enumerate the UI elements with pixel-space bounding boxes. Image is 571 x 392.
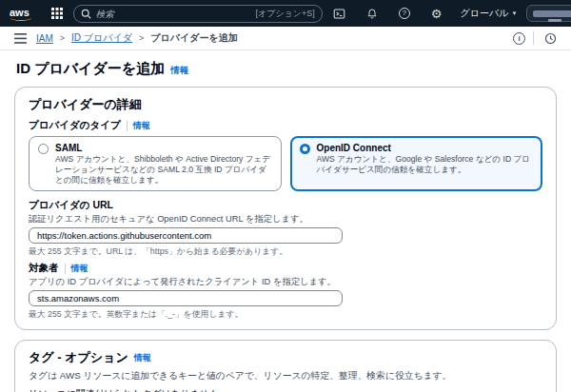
breadcrumb-iam-link[interactable]: IAM <box>36 33 53 44</box>
divider <box>65 264 66 274</box>
saml-radio[interactable] <box>38 144 49 154</box>
apps-grid-icon[interactable] <box>49 8 66 19</box>
page-info-link[interactable]: 情報 <box>170 65 188 77</box>
help-icon[interactable]: ? <box>396 8 413 19</box>
tags-heading: タグ - オプション <box>29 349 128 366</box>
divider <box>533 31 534 45</box>
search-shortcut-hint: [オプション+S] <box>255 8 314 20</box>
audience-field: 対象者 情報 アプリの ID プロバイダによって発行されたクライアント ID を… <box>29 262 542 320</box>
grid-glyph <box>51 8 63 19</box>
openid-connect-radio[interactable] <box>300 144 310 154</box>
clock-glyph <box>544 32 557 45</box>
tags-description: タグは AWS リソースに追加できるキーと値のペアで、リソースの特定、整理、検索… <box>29 369 542 382</box>
search-icon <box>81 9 91 19</box>
question-glyph: ? <box>399 8 410 19</box>
settings-gear-icon[interactable]: ⚙ <box>428 8 445 20</box>
top-navigation-bar: aws [オプション+S] <box>0 0 571 27</box>
breadcrumb-separator: > <box>139 33 144 43</box>
notifications-bell-icon[interactable] <box>364 8 381 20</box>
provider-type-info-link[interactable]: 情報 <box>133 120 150 132</box>
hamburger-menu-icon[interactable] <box>11 33 30 44</box>
breadcrumb-current-page: プロバイダーを追加 <box>150 31 237 45</box>
tags-card: タグ - オプション 情報 タグは AWS リソースに追加できるキーと値のペアで… <box>14 340 557 392</box>
breadcrumb-bar: IAM > ID プロバイダ > プロバイダーを追加 i <box>0 27 571 50</box>
saml-option-description: AWS アカウントと、Shibboleth や Active Directory… <box>55 154 272 186</box>
tags-empty-state: リソースに関連付けられたタグはありません。 <box>29 388 542 392</box>
provider-details-card: プロバイダーの詳細 プロバイダのタイプ 情報 SAML AWS アカウントと、S… <box>14 87 557 330</box>
main-content: ID プロバイダーを追加 情報 プロバイダーの詳細 プロバイダのタイプ 情報 S… <box>0 50 571 392</box>
audience-constraint: 最大 255 文字まで。英数字または「._-」を使用します。 <box>29 309 542 320</box>
region-selector[interactable]: グローバル ▼ <box>460 7 517 20</box>
aws-console-window: aws [オプション+S] <box>0 0 571 392</box>
saml-option-title: SAML <box>55 142 272 154</box>
provider-url-input[interactable] <box>29 227 343 244</box>
page-title: ID プロバイダーを追加 <box>16 60 165 78</box>
breadcrumb-separator: > <box>60 33 65 43</box>
audience-label: 対象者 <box>29 262 59 275</box>
info-panel-icon[interactable]: i <box>513 32 525 45</box>
chevron-down-icon: ▼ <box>511 10 517 16</box>
gear-glyph: ⚙ <box>431 8 443 20</box>
provider-type-tiles: SAML AWS アカウントと、Shibboleth や Active Dire… <box>29 136 542 191</box>
breadcrumb-idp-link[interactable]: ID プロバイダ <box>71 31 132 45</box>
provider-url-field: プロバイダの URL 認証リクエスト用のセキュアな OpenID Connect… <box>29 199 542 257</box>
redacted-detail <box>548 19 561 22</box>
openid-connect-option-description: AWS アカウントと、Google や Salesforce などの ID プロ… <box>317 154 534 175</box>
account-name-redacted <box>533 10 571 17</box>
global-search[interactable]: [オプション+S] <box>73 5 323 23</box>
hamburger-glyph <box>14 33 27 44</box>
saml-option-tile[interactable]: SAML AWS アカウントと、Shibboleth や Active Dire… <box>29 136 282 191</box>
region-label: グローバル <box>460 7 508 20</box>
provider-url-constraint: 最大 255 文字まで。URL は、「https」から始まる必要があります。 <box>29 246 542 257</box>
audience-input[interactable] <box>29 290 343 306</box>
openid-connect-option-title: OpenID Connect <box>317 142 534 154</box>
openid-connect-option-tile[interactable]: OpenID Connect AWS アカウントと、Google や Sales… <box>290 136 543 191</box>
provider-url-label: プロバイダの URL <box>29 199 113 212</box>
provider-url-description: 認証リクエスト用のセキュアな OpenID Connect URL を指定します… <box>29 213 542 225</box>
provider-type-label: プロバイダのタイプ <box>29 119 121 132</box>
tags-info-link[interactable]: 情報 <box>134 352 151 364</box>
audience-info-link[interactable]: 情報 <box>71 263 89 275</box>
audience-description: アプリの ID プロバイダによって発行されたクライアント ID を指定します。 <box>29 276 542 287</box>
divider <box>127 121 128 131</box>
aws-logo[interactable]: aws <box>8 7 33 21</box>
terminal-glyph <box>333 8 345 20</box>
history-clock-icon[interactable] <box>541 32 560 45</box>
provider-details-heading: プロバイダーの詳細 <box>29 96 542 113</box>
bell-glyph <box>366 8 378 20</box>
search-input[interactable] <box>96 9 251 19</box>
cloudshell-icon[interactable] <box>330 8 348 20</box>
